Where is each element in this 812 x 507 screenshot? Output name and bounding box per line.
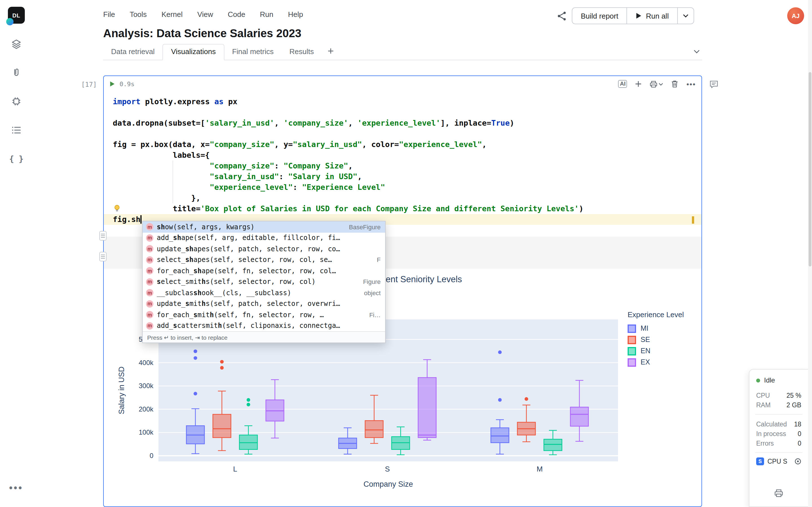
autocomplete-item[interactable]: mupdate_shapes(self, patch, selector, ro… [143,243,385,255]
menu-run[interactable]: Run [260,10,273,18]
autocomplete-item[interactable]: madd_scattersmith(self, cliponaxis, conn… [143,320,385,331]
autocomplete-item[interactable]: mshow(self, args, kwargs)BaseFigure [143,221,385,232]
comment-icon[interactable] [709,79,719,91]
play-icon [636,12,642,19]
autocomplete-item[interactable]: m__subclasshook__(cls, __subclass)object [143,287,385,298]
counter-row: Calculated18 [756,419,801,429]
cell-actions: AI ••• [618,80,696,88]
intention-bulb-icon[interactable] [113,205,121,212]
kernel-status: Idle [756,376,801,384]
grip-lines [101,256,105,257]
print-icon[interactable] [774,489,783,500]
completion-text: add_shape(self, arg, editable, fillcolor… [157,234,340,242]
more-options-icon[interactable]: ••• [9,482,23,494]
tab-visualizations[interactable]: Visualizations [163,44,224,60]
menu-tools[interactable]: Tools [130,10,147,18]
autocomplete-item[interactable]: mfor_each_smith(self, fn, selector, row,… [143,309,385,320]
plus-icon [327,48,334,54]
logo-text: DL [12,12,20,18]
status-panel: Idle CPU25 %RAM2 GB Calculated18In proce… [749,369,808,507]
code-line[interactable] [104,107,702,118]
code-line[interactable]: fig = px.box(data, x="company_size", y="… [104,139,702,150]
ai-assistant-icon[interactable]: AI [618,80,627,88]
attachments-icon[interactable] [8,64,25,81]
svg-text:300k: 300k [139,382,154,390]
add-cell-icon[interactable] [635,80,642,87]
code-line[interactable]: data.dropna(subset=['salary_in_usd', 'co… [104,118,702,128]
code-line[interactable]: "company_size": "Company Size", [104,161,702,171]
scrollbar-thumb[interactable] [809,72,811,267]
app-window: DL { } ••• FileToolsKernelViewCodeRunHel… [0,0,812,507]
method-icon: m [146,245,153,252]
method-icon: m [146,267,153,275]
run-cell-icon[interactable] [109,80,115,87]
autocomplete-item[interactable]: mselect_smiths(self, selector, row, col)… [143,276,385,287]
menu-view[interactable]: View [197,10,213,18]
stat-label: RAM [756,401,770,408]
error-stripe-marker [692,216,694,224]
code-editor[interactable]: import plotly.express as pxdata.dropna(s… [104,92,702,225]
cell-boundary-handle[interactable] [99,252,107,262]
code-line[interactable]: "salary_in_usd": "Salary in USD", [104,171,702,182]
menu-help[interactable]: Help [288,10,303,18]
return-type: Figure [359,279,380,285]
tab-data-retrieval[interactable]: Data retrieval [103,45,163,60]
tab-add-button[interactable] [322,46,339,60]
code-line[interactable]: title='Box plot of Salaries in USD for e… [104,203,702,214]
tab-results[interactable]: Results [282,45,322,60]
layers-icon[interactable] [8,36,25,52]
build-report-button[interactable]: Build report [572,8,627,24]
machine-selector[interactable]: S CPU S [756,457,801,465]
vertical-scrollbar[interactable] [808,0,812,507]
autocomplete-item[interactable]: mupdate_smiths(self, patch, selector, ov… [143,298,385,309]
method-icon: m [146,311,153,319]
left-rail: DL { } [0,0,33,507]
export-output-dropdown[interactable] [650,80,663,88]
svg-text:S: S [385,465,390,473]
panel-divider [755,452,802,453]
code-line[interactable]: import plotly.express as px [104,96,702,107]
grip-lines [101,235,105,236]
code-line[interactable]: "experience_level": "Experience Level" [104,182,702,193]
code-line[interactable] [104,128,702,139]
autocomplete-item[interactable]: madd_shape(self, arg, editable, fillcolo… [143,232,385,243]
run-all-label: Run all [646,11,669,20]
outline-icon[interactable] [8,122,25,138]
completion-text: select_smiths(self, selector, row, col) [157,278,316,286]
status-label: Idle [764,376,775,384]
variables-icon[interactable]: { } [8,151,25,167]
tabs-overflow-chevron[interactable] [694,46,700,56]
return-type: BaseFigure [344,224,380,230]
menu-code[interactable]: Code [228,10,245,18]
run-options-dropdown[interactable] [678,8,694,24]
delete-cell-icon[interactable] [671,80,679,88]
code-line[interactable]: }, [104,193,702,203]
menu-kernel[interactable]: Kernel [161,10,183,18]
share-icon[interactable] [555,9,568,22]
stat-label: In process [756,430,786,437]
menubar: FileToolsKernelViewCodeRunHelp [103,10,303,18]
cell-more-icon[interactable]: ••• [687,80,696,88]
avatar[interactable]: AJ [787,7,804,24]
autocomplete-item[interactable]: mselect_shapes(self, selector, row, col,… [143,255,385,265]
radio-icon [795,458,801,465]
notebook-title: Analysis: Data Science Salaries 2023 [103,27,301,40]
cell-boundary-handle[interactable] [99,231,107,240]
datalore-logo[interactable]: DL [8,7,25,24]
completion-text: add_scattersmith(self, cliponaxis, conne… [157,322,340,330]
environment-icon[interactable] [8,93,25,110]
chevron-down-icon [659,82,663,86]
tab-final-metrics[interactable]: Final metrics [224,45,282,60]
text-cursor [140,215,141,224]
svg-text:M: M [537,465,543,473]
menu-file[interactable]: File [103,10,115,18]
method-icon: m [146,289,153,297]
run-toolbar: Build report Run all [572,7,694,24]
counter-rows: Calculated18In process0Errors0 [756,419,801,448]
method-icon: m [146,300,153,307]
status-dot [756,378,760,382]
code-line[interactable]: labels={ [104,150,702,161]
autocomplete-item[interactable]: mfor_each_shape(self, fn, selector, row,… [143,265,385,276]
run-all-button[interactable]: Run all [627,8,677,24]
completion-text: for_each_smith(self, fn, selector, row, … [157,311,324,319]
